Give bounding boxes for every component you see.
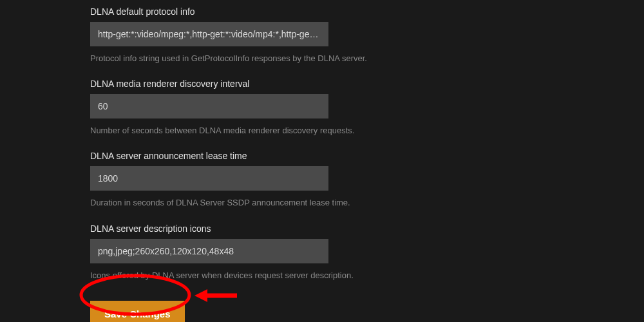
field-discovery-interval: DLNA media renderer discovery interval N… bbox=[90, 79, 644, 137]
discovery-interval-input[interactable] bbox=[90, 94, 328, 118]
lease-time-input[interactable] bbox=[90, 166, 328, 191]
field-description-icons: DLNA server description icons Icons offe… bbox=[90, 223, 644, 281]
field-protocol-info: DLNA default protocol info Protocol info… bbox=[90, 6, 644, 64]
protocol-info-input[interactable] bbox=[90, 22, 328, 46]
field-lease-time: DLNA server announcement lease time Dura… bbox=[90, 151, 644, 209]
settings-form: DLNA default protocol info Protocol info… bbox=[0, 0, 644, 322]
discovery-interval-help: Number of seconds between DLNA media ren… bbox=[90, 125, 644, 137]
discovery-interval-label: DLNA media renderer discovery interval bbox=[90, 79, 644, 89]
lease-time-help: Duration in seconds of DLNA Server SSDP … bbox=[90, 197, 644, 209]
protocol-info-label: DLNA default protocol info bbox=[90, 6, 644, 17]
protocol-info-help: Protocol info string used in GetProtocol… bbox=[90, 53, 644, 64]
description-icons-label: DLNA server description icons bbox=[90, 223, 644, 234]
save-button[interactable]: Save Changes bbox=[90, 301, 185, 322]
lease-time-label: DLNA server announcement lease time bbox=[90, 151, 644, 161]
description-icons-help: Icons offered by DLNA server when device… bbox=[90, 270, 644, 281]
description-icons-input[interactable] bbox=[90, 239, 328, 263]
